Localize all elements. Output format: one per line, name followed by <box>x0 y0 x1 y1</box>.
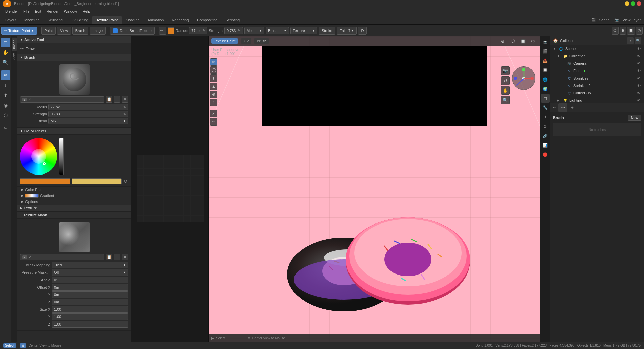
extra-tool-1[interactable]: ✂ <box>210 110 217 117</box>
new-brush-right-btn[interactable]: New <box>628 115 641 121</box>
outliner-item-sprinkles2[interactable]: ▽ Sprinkles2 👁 <box>558 82 644 89</box>
object-icon[interactable]: ◻ <box>541 94 550 103</box>
scene-settings-icon[interactable]: 🌐 <box>541 75 550 84</box>
gradient-section[interactable]: ▶ Gradient <box>17 193 131 199</box>
stroke-btn[interactable]: Stroke <box>319 27 335 35</box>
zoom-nav-btn[interactable]: 🔍 <box>501 96 510 104</box>
vtab-view[interactable]: View <box>12 51 17 63</box>
view-prop-icon[interactable]: 🔲 <box>541 66 550 74</box>
delete-brush-btn[interactable]: ✕ <box>122 96 128 103</box>
color-swatch[interactable] <box>168 27 174 34</box>
smear-side-icon[interactable]: ↑ <box>210 99 217 106</box>
fill-tool[interactable]: ↓ <box>1 81 10 90</box>
blender-logo[interactable]: B <box>3 0 11 7</box>
add-prop-icon[interactable]: + <box>568 103 577 112</box>
world-icon[interactable]: 🌍 <box>541 85 550 93</box>
vp-tab-texture[interactable]: Texture Paint <box>211 38 238 44</box>
smear-tool[interactable]: ⬆ <box>1 91 10 100</box>
radius-input[interactable]: 77 px ✎ <box>189 27 207 34</box>
new-brush-btn[interactable]: + <box>114 96 120 103</box>
object-name-btn[interactable]: DonutBreadTexture <box>110 27 155 35</box>
zoom-tool[interactable]: 🔍 <box>1 58 10 67</box>
snap-btn[interactable]: 🔲 <box>627 27 635 35</box>
tab-compositing[interactable]: Compositing <box>193 16 221 24</box>
overlay-btn[interactable]: ⬡ <box>612 27 619 35</box>
offset-z-val[interactable]: 0m <box>52 299 128 305</box>
color-wheel[interactable] <box>20 138 57 175</box>
scene-vis[interactable]: 👁 <box>636 46 641 51</box>
tab-add[interactable]: + <box>244 16 254 24</box>
constraints-icon[interactable]: 🔗 <box>541 132 550 140</box>
outliner-item-collection[interactable]: ▼ 📁 Collection 👁 <box>554 52 644 60</box>
vp-tab-brush[interactable]: Brush <box>254 38 269 44</box>
coll-vis[interactable]: 👁 <box>636 53 641 59</box>
sp-vis[interactable]: 👁 <box>636 76 641 81</box>
tab-rendering[interactable]: Rendering <box>168 16 193 24</box>
material-icon[interactable]: 🔴 <box>541 150 550 159</box>
output-prop-icon[interactable]: 📤 <box>541 56 550 65</box>
color-refresh-btn[interactable]: ↺ <box>123 179 128 184</box>
viewport-gizmo[interactable] <box>512 66 535 90</box>
vp-overlay-4[interactable]: ⚙ <box>529 37 537 45</box>
color-picker-header[interactable]: ▼ Color Picker <box>17 128 131 135</box>
particles-icon[interactable]: ✦ <box>541 113 550 121</box>
tab-animation[interactable]: Animation <box>144 16 168 24</box>
delete-texture-btn[interactable]: ✕ <box>122 254 128 260</box>
extra-tool-2[interactable]: ✏ <box>210 118 217 126</box>
outliner-item-camera[interactable]: 📷 Camera 👁 <box>558 60 644 67</box>
angle-val[interactable]: 0° <box>52 277 128 283</box>
options-section[interactable]: ▶ Options <box>17 199 131 205</box>
color-palette-section[interactable]: ▶ Color Palette <box>17 187 131 193</box>
brush-section-header[interactable]: ▼ Brush <box>17 54 131 61</box>
menu-edit[interactable]: Edit <box>32 8 44 15</box>
size-y-val[interactable]: 1.00 <box>52 313 128 320</box>
vp-overlay-1[interactable]: ⊕ <box>498 37 507 45</box>
paint-menu[interactable]: Paint <box>41 27 56 35</box>
outliner-item-sprinkles[interactable]: ▽ Sprinkles 👁 <box>558 74 644 82</box>
filter-btn[interactable]: ▼ <box>627 37 634 44</box>
view-menu[interactable]: View <box>57 27 71 35</box>
vtab-image[interactable]: Image <box>12 38 17 51</box>
orbit-nav-btn[interactable]: ↺ <box>501 76 510 85</box>
falloff-btn[interactable]: Falloff ▼ <box>337 27 357 35</box>
maximize-button[interactable] <box>631 1 635 6</box>
select-tool[interactable]: ◻ <box>1 38 10 47</box>
fill-side-icon[interactable]: ⬇ <box>210 74 217 82</box>
clone-side-icon[interactable]: ⊕ <box>210 91 217 98</box>
texture-select[interactable]: Texture ▼ <box>290 27 317 34</box>
strength-prop-input[interactable]: 0.783 ✎ <box>48 111 128 117</box>
brush-menu[interactable]: Brush <box>72 27 88 35</box>
data-icon[interactable]: 📊 <box>541 141 550 150</box>
cc-vis[interactable]: 👁 <box>636 90 641 96</box>
menu-file[interactable]: File <box>21 8 32 15</box>
tab-texture-paint[interactable]: Texture Paint <box>92 16 122 24</box>
tab-shading[interactable]: Shading <box>122 16 143 24</box>
viewport-3d[interactable]: Texture Paint UV Brush ⊕ ⬡ 🔲 ⚙ User Pers… <box>209 36 540 342</box>
menu-help[interactable]: Help <box>80 8 93 15</box>
brightness-bar[interactable] <box>59 138 64 175</box>
blend-select[interactable]: Mix ▼ <box>244 27 264 34</box>
mask-mapping-val[interactable]: Tiled ▼ <box>52 262 128 268</box>
blend-prop-select[interactable]: Mix ▼ <box>48 118 128 124</box>
vp-tab-uv[interactable]: UV <box>241 38 251 44</box>
camera-nav-btn[interactable]: 📷 <box>501 66 510 75</box>
active-tool-header[interactable]: ▼ Active Tool <box>17 36 131 43</box>
draw-side-icon[interactable]: ✏ <box>210 58 217 66</box>
light-vis[interactable]: 👁 <box>636 98 641 103</box>
draw-tool[interactable]: ✏ <box>1 70 10 80</box>
mode-select[interactable]: ✏ Texture Paint ▼ <box>1 27 37 35</box>
vp-overlay-2[interactable]: ⬡ <box>508 37 517 45</box>
d-btn[interactable]: D <box>358 27 367 35</box>
scene-prop-icon[interactable]: 📷 <box>541 38 550 46</box>
brush-name-box[interactable]: 2 ✓ <box>20 96 104 103</box>
pressure-mask-val[interactable]: Off ▼ <box>52 269 128 276</box>
floor-vis[interactable]: 👁 <box>636 68 641 73</box>
search-btn[interactable]: 🔍 <box>635 37 641 44</box>
browse-texture-btn[interactable]: 📋 <box>106 254 112 260</box>
menu-blender[interactable]: Blender <box>3 8 21 15</box>
proportional-btn[interactable]: ◎ <box>636 27 643 35</box>
swatch-orange[interactable] <box>20 178 70 184</box>
size-z-val[interactable]: 1.00 <box>52 321 128 328</box>
mask-side-icon[interactable]: ▲ <box>210 83 217 90</box>
gizmo-btn[interactable]: ⊕ <box>620 27 626 35</box>
